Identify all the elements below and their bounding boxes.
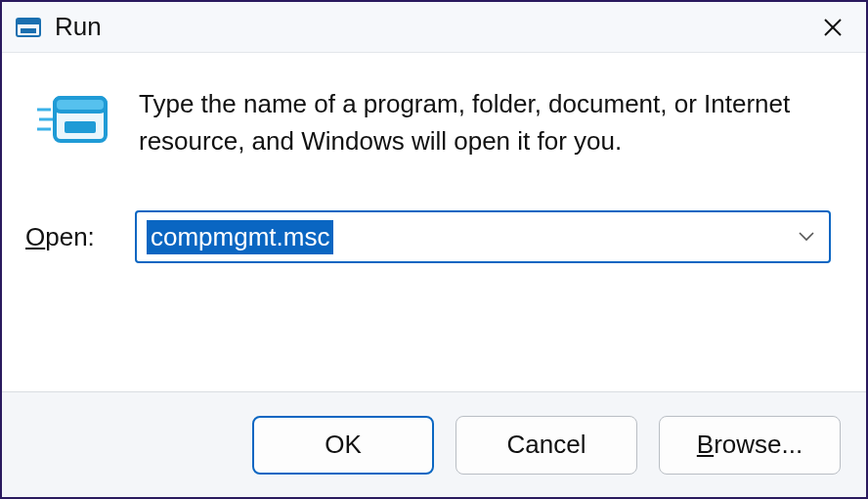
cancel-button-label: Cancel bbox=[507, 430, 586, 460]
ok-button-label: OK bbox=[325, 430, 362, 460]
description-row: Type the name of a program, folder, docu… bbox=[25, 84, 831, 159]
browse-button[interactable]: Browse... bbox=[659, 416, 841, 475]
chevron-down-icon[interactable] bbox=[798, 228, 815, 246]
window-title: Run bbox=[55, 12, 809, 42]
run-title-icon bbox=[16, 17, 41, 38]
browse-button-label: Browse... bbox=[697, 430, 803, 460]
open-combobox[interactable]: compmgmt.msc bbox=[135, 210, 831, 263]
close-button[interactable] bbox=[809, 4, 856, 51]
svg-rect-2 bbox=[21, 28, 36, 33]
content-area: Type the name of a program, folder, docu… bbox=[2, 53, 866, 391]
run-dialog: Run Type the nam bbox=[0, 0, 868, 499]
open-input-value[interactable]: compmgmt.msc bbox=[147, 220, 333, 254]
open-label: Open: bbox=[25, 222, 111, 252]
ok-button[interactable]: OK bbox=[252, 416, 434, 475]
open-row: Open: compmgmt.msc bbox=[25, 210, 831, 263]
close-icon bbox=[822, 17, 844, 38]
svg-rect-9 bbox=[55, 98, 106, 112]
cancel-button[interactable]: Cancel bbox=[456, 416, 637, 475]
svg-rect-1 bbox=[17, 19, 40, 24]
run-icon bbox=[37, 90, 111, 153]
description-text: Type the name of a program, folder, docu… bbox=[139, 84, 831, 159]
button-bar: OK Cancel Browse... bbox=[2, 391, 866, 497]
titlebar: Run bbox=[2, 2, 866, 53]
svg-rect-10 bbox=[65, 121, 96, 133]
